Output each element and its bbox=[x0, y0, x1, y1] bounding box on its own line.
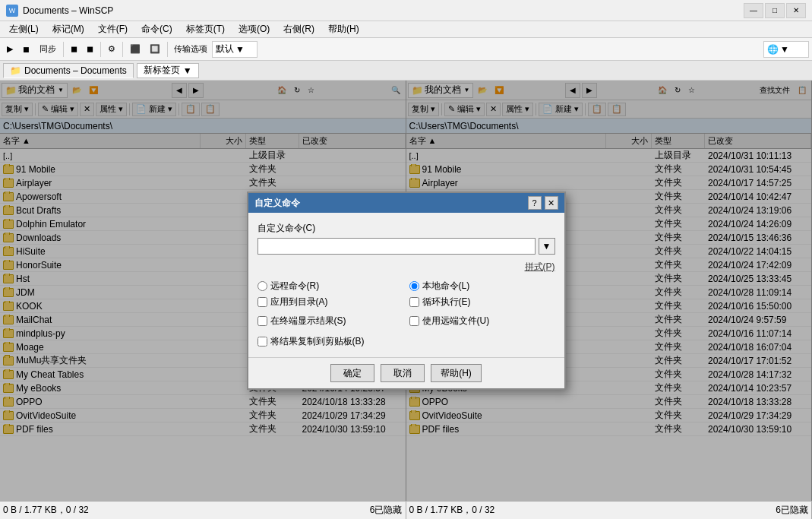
checkbox-remote-file[interactable] bbox=[409, 316, 419, 326]
menu-bar: 左侧(L) 标记(M) 文件(F) 命令(C) 标签页(T) 选项(O) 右侧(… bbox=[0, 21, 812, 38]
transfer-label: 传输选项 bbox=[174, 43, 207, 55]
right-status-panel: 0 B / 1.77 KB，0 / 32 6已隐藏 bbox=[406, 502, 813, 519]
radio-local-row: 本地命令(L) bbox=[409, 280, 555, 293]
window-controls[interactable]: — □ ✕ bbox=[744, 3, 806, 18]
checkbox-copy[interactable] bbox=[258, 337, 267, 347]
dialog-col-left: 远程命令(R) 应用到目录(A) 在终端显示结果(S) bbox=[258, 280, 403, 331]
toolbar-btn-5[interactable]: ⬛ bbox=[126, 41, 144, 58]
dialog-help-icon[interactable]: ? bbox=[528, 196, 542, 210]
menu-right[interactable]: 右侧(R) bbox=[277, 21, 321, 37]
main-area: 📁 我的文档 ▼ 📂 🔽 ◀ ▶ 🏠 ↻ ☆ 🔍 复制 ▾ ✎ 编辑 ▾ ✕ 属… bbox=[0, 81, 812, 501]
right-status-text: 0 B / 1.77 KB，0 / 32 bbox=[409, 504, 495, 517]
tab-new-label: 新标签页 bbox=[144, 64, 180, 77]
custom-command-dialog: 自定义命令 ? ✕ 自定义命令(C) ▼ 拼式(P) bbox=[247, 191, 566, 390]
left-hidden-count: 6已隐藏 bbox=[370, 504, 403, 517]
dropdown-arrow: ▼ bbox=[780, 44, 789, 55]
left-status-panel: 0 B / 1.77 KB，0 / 32 6已隐藏 bbox=[0, 502, 406, 519]
dialog-command-label: 自定义命令(C) bbox=[258, 222, 555, 235]
maximize-button[interactable]: □ bbox=[765, 3, 785, 18]
checkbox-remote-file-label: 使用远端文件(U) bbox=[422, 315, 490, 328]
radio-local[interactable] bbox=[409, 281, 419, 291]
dialog-section: 远程命令(R) 应用到目录(A) 在终端显示结果(S) bbox=[258, 280, 555, 331]
dialog-ok-btn[interactable]: 确定 bbox=[330, 364, 374, 382]
checkbox-loop[interactable] bbox=[409, 297, 419, 307]
toolbar-btn-1[interactable]: ▶ bbox=[3, 41, 17, 58]
toolbar-btn-2[interactable]: ⏹ bbox=[18, 41, 34, 58]
radio-remote-label: 远程命令(R) bbox=[270, 280, 320, 293]
modal-overlay: 自定义命令 ? ✕ 自定义命令(C) ▼ 拼式(P) bbox=[0, 81, 812, 501]
dialog-close-btn[interactable]: ✕ bbox=[545, 196, 558, 210]
menu-tab[interactable]: 标签页(T) bbox=[180, 21, 231, 37]
menu-mark[interactable]: 标记(M) bbox=[46, 21, 90, 37]
dialog-title-bar: 自定义命令 ? ✕ bbox=[248, 193, 564, 213]
globe-icon: 🌐 bbox=[767, 44, 779, 55]
tab-new[interactable]: 新标签页 ▼ bbox=[137, 63, 199, 78]
dialog-footer: 确定 取消 帮助(H) bbox=[248, 357, 564, 388]
toolbar-separator-1 bbox=[63, 42, 64, 57]
tab-folder-icon: 📁 bbox=[10, 65, 21, 76]
checkbox-apply-dir[interactable] bbox=[258, 297, 267, 307]
menu-help[interactable]: 帮助(H) bbox=[322, 21, 365, 37]
tab-dropdown-arrow: ▼ bbox=[183, 65, 192, 76]
toolbar-settings[interactable]: ⚙ bbox=[104, 41, 119, 58]
toolbar-btn-3[interactable]: ◼ bbox=[67, 41, 81, 58]
dialog-col-right: 本地命令(L) 循环执行(E) 使用远端文件(U) bbox=[409, 280, 555, 331]
app-icon: W bbox=[6, 5, 18, 17]
checkbox-apply-dir-label: 应用到目录(A) bbox=[270, 296, 328, 309]
tab-documents[interactable]: 📁 Documents – Documents bbox=[3, 63, 134, 78]
toolbar-separator-4 bbox=[167, 42, 168, 57]
globe-dropdown[interactable]: 🌐 ▼ bbox=[763, 41, 809, 58]
checkbox-loop-label: 循环执行(E) bbox=[422, 296, 471, 309]
checkbox-show-terminal-label: 在终端显示结果(S) bbox=[270, 315, 346, 328]
tab-bar: 📁 Documents – Documents 新标签页 ▼ bbox=[0, 61, 812, 81]
dialog-format-label[interactable]: 拼式(P) bbox=[258, 261, 555, 274]
checkbox-apply-dir-row: 应用到目录(A) bbox=[258, 296, 403, 309]
radio-remote-row: 远程命令(R) bbox=[258, 280, 403, 293]
tab-documents-label: Documents – Documents bbox=[24, 65, 127, 76]
dialog-input-row: ▼ bbox=[258, 238, 555, 255]
toolbar-btn-6[interactable]: 🔲 bbox=[146, 41, 164, 58]
left-status-text: 0 B / 1.77 KB，0 / 32 bbox=[3, 504, 89, 517]
transfer-dropdown[interactable]: 默认 ▼ bbox=[212, 41, 258, 58]
toolbar-btn-4[interactable]: ◼ bbox=[83, 41, 97, 58]
toolbar: ▶ ⏹ 同步 ◼ ◼ ⚙ ⬛ 🔲 传输选项 默认 ▼ 🌐 ▼ bbox=[0, 38, 812, 61]
dialog-help-btn[interactable]: 帮助(H) bbox=[431, 364, 482, 382]
menu-left[interactable]: 左侧(L) bbox=[3, 21, 45, 37]
close-button[interactable]: ✕ bbox=[786, 3, 806, 18]
checkbox-show-terminal-row: 在终端显示结果(S) bbox=[258, 315, 403, 328]
dialog-command-input[interactable] bbox=[258, 238, 536, 255]
dialog-body: 自定义命令(C) ▼ 拼式(P) 远程命令(R) 应用到目录(A) bbox=[248, 213, 564, 357]
window-title: Documents – WinSCP bbox=[23, 5, 113, 16]
checkbox-copy-row: 将结果复制到剪贴板(B) bbox=[258, 335, 555, 348]
right-hidden-count: 6已隐藏 bbox=[776, 504, 808, 517]
toolbar-separator-3 bbox=[122, 42, 123, 57]
toolbar-separator-2 bbox=[100, 42, 101, 57]
checkbox-copy-label: 将结果复制到剪贴板(B) bbox=[270, 335, 365, 348]
status-bar: 0 B / 1.77 KB，0 / 32 6已隐藏 0 B / 1.77 KB，… bbox=[0, 501, 812, 519]
radio-local-label: 本地命令(L) bbox=[422, 280, 470, 293]
radio-remote[interactable] bbox=[258, 281, 267, 291]
checkbox-remote-file-row: 使用远端文件(U) bbox=[409, 315, 555, 328]
dialog-cancel-btn[interactable]: 取消 bbox=[381, 364, 425, 382]
dialog-command-dropdown[interactable]: ▼ bbox=[539, 238, 555, 255]
menu-options[interactable]: 选项(O) bbox=[232, 21, 276, 37]
menu-command[interactable]: 命令(C) bbox=[135, 21, 179, 37]
menu-file[interactable]: 文件(F) bbox=[92, 21, 134, 37]
toolbar-sync[interactable]: 同步 bbox=[36, 41, 60, 58]
checkbox-loop-row: 循环执行(E) bbox=[409, 296, 555, 309]
checkbox-show-terminal[interactable] bbox=[258, 316, 267, 326]
title-bar-left: W Documents – WinSCP bbox=[6, 5, 113, 17]
dialog-title: 自定义命令 bbox=[254, 197, 300, 210]
title-bar: W Documents – WinSCP — □ ✕ bbox=[0, 0, 812, 21]
minimize-button[interactable]: — bbox=[744, 3, 763, 18]
